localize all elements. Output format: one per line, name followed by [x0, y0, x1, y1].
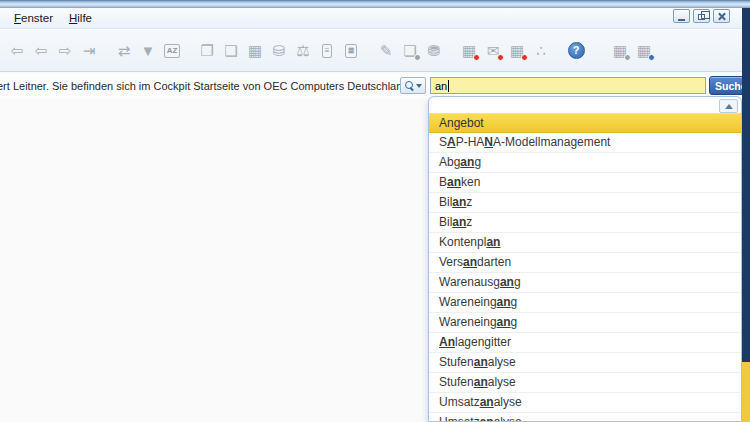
menu-items: FensterHilfe — [0, 9, 100, 27]
gear-badge-icon — [414, 54, 421, 61]
menu-item-hilfe[interactable]: Hilfe — [61, 9, 100, 27]
list-item[interactable]: Abgang — [429, 153, 741, 173]
payment-means-icon[interactable]: ⛁ — [269, 41, 289, 61]
orgchart-icon[interactable]: ∴ — [531, 41, 551, 61]
journal-icon[interactable]: ≡ — [317, 41, 337, 61]
list-item[interactable]: Bilanz — [429, 213, 741, 233]
nav-next-icon[interactable]: ⇨ — [55, 41, 75, 61]
search-input-value: an — [435, 80, 447, 92]
x-badge-icon — [521, 54, 528, 61]
list-item[interactable]: Stufenanalyse — [429, 373, 741, 393]
calendar-cancel-icon[interactable]: ▦ — [507, 41, 527, 61]
window-edge — [742, 8, 750, 422]
restore-button[interactable] — [693, 9, 710, 23]
toolbar: ⇦⇦⇨⇥⇄▼AZ❐❏▦⛁⚖≡≣✎❏⛃▦✉▦∴?▦▦ — [0, 30, 742, 72]
search-scope-button[interactable] — [400, 77, 426, 94]
nav-back-icon[interactable]: ⇦ — [7, 41, 27, 61]
list-item[interactable]: Umsatzanalyse — [429, 413, 741, 422]
search-suggestions-dropdown: AngebotSAP-HANA-ModellmanagementAbgangBa… — [428, 96, 742, 422]
gear-badge-icon — [624, 54, 631, 61]
nav-previous-icon[interactable]: ⇦ — [31, 41, 51, 61]
scroll-up-arrow-icon — [725, 104, 733, 109]
calendar-alert-icon[interactable]: ▦ — [459, 41, 479, 61]
journal-search-icon[interactable]: ≣ — [341, 41, 361, 61]
title-bar-strip — [0, 0, 750, 8]
scroll-up-button[interactable] — [719, 99, 738, 113]
search-input[interactable]: an — [430, 77, 706, 94]
refresh-icon[interactable]: ⇄ — [114, 41, 134, 61]
restore-icon — [698, 14, 705, 20]
message-alert-icon[interactable]: ✉ — [483, 41, 503, 61]
window-edge-accent — [742, 362, 750, 422]
blue-badge-icon — [648, 54, 655, 61]
scales-icon[interactable]: ⚖ — [293, 41, 313, 61]
layout-settings-icon[interactable]: ▦ — [610, 41, 630, 61]
list-item[interactable]: Stufenanalyse — [429, 353, 741, 373]
menu-item-fenster[interactable]: Fenster — [6, 9, 61, 27]
list-item[interactable]: Wareneingang — [429, 313, 741, 333]
calculator-icon[interactable]: ▦ — [245, 41, 265, 61]
list-item[interactable]: Kontenplan — [429, 233, 741, 253]
red-badge-icon — [497, 54, 504, 61]
list-item[interactable]: Banken — [429, 173, 741, 193]
red-badge-icon — [473, 54, 480, 61]
menu-bar: FensterHilfe — [0, 8, 742, 29]
paste-document-icon[interactable]: ❏ — [221, 41, 241, 61]
minimize-icon — [678, 19, 685, 21]
status-text: ert Leitner. Sie befinden sich im Cockpi… — [0, 80, 412, 92]
database-settings-icon[interactable]: ⛃ — [424, 41, 444, 61]
list-item[interactable]: Angebot — [429, 113, 741, 133]
filter-icon[interactable]: ▼ — [138, 41, 158, 61]
list-item[interactable]: Bilanz — [429, 193, 741, 213]
suggestion-list: AngebotSAP-HANA-ModellmanagementAbgangBa… — [429, 113, 741, 422]
list-item[interactable]: Umsatzanalyse — [429, 393, 741, 413]
layout-export-icon[interactable]: ▦ — [634, 41, 654, 61]
magnifier-icon — [405, 81, 414, 90]
chevron-down-icon — [416, 84, 422, 88]
sort-icon[interactable]: AZ — [162, 41, 182, 61]
document-settings-icon[interactable]: ❏ — [400, 41, 420, 61]
window-controls — [670, 9, 730, 23]
list-item[interactable]: Anlagengitter — [429, 333, 741, 353]
close-icon — [717, 12, 726, 21]
minimize-button[interactable] — [673, 9, 690, 23]
list-item[interactable]: Wareneingang — [429, 293, 741, 313]
edit-chart-icon[interactable]: ✎ — [376, 41, 396, 61]
close-button[interactable] — [713, 9, 730, 23]
help-icon[interactable]: ? — [566, 41, 586, 61]
copy-document-icon[interactable]: ❐ — [197, 41, 217, 61]
list-item[interactable]: Warenausgang — [429, 273, 741, 293]
list-item[interactable]: SAP-HANA-Modellmanagement — [429, 133, 741, 153]
nav-last-icon[interactable]: ⇥ — [79, 41, 99, 61]
text-cursor — [448, 80, 449, 92]
list-item[interactable]: Versandarten — [429, 253, 741, 273]
